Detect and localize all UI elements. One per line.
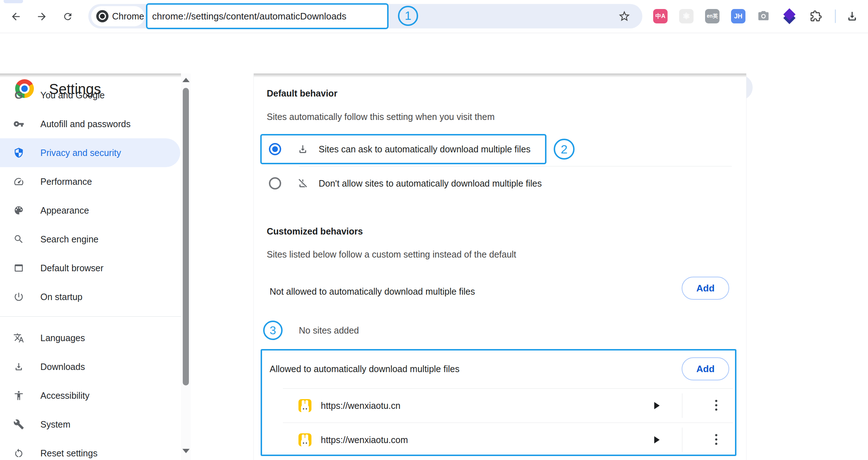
- reload-icon: [62, 11, 73, 22]
- extensions-puzzle-icon: [809, 10, 822, 23]
- downloads-icon: [846, 10, 859, 23]
- more-actions-button[interactable]: [713, 434, 719, 445]
- sidebar-item-label: Downloads: [40, 362, 85, 372]
- reload-button[interactable]: [58, 7, 77, 26]
- react-extension-icon[interactable]: ⚛: [679, 9, 694, 23]
- browser-toolbar: Chrome chrome://settings/content/automat…: [0, 0, 868, 33]
- bookmark-star-icon: [618, 10, 631, 23]
- extension-glyph: en英: [707, 13, 718, 19]
- chrome-site-chip[interactable]: Chrome: [91, 6, 145, 26]
- sidebar-item-performance[interactable]: Performance: [0, 167, 180, 196]
- sidebar-item-label: On startup: [40, 292, 83, 302]
- sidebar-item-search-engine[interactable]: Search engine: [0, 225, 180, 254]
- key-icon: [13, 118, 25, 130]
- customized-behaviors-description: Sites listed below follow a custom setti…: [267, 249, 516, 260]
- palette-icon: [13, 205, 25, 216]
- site-url: https://wenxiaotu.com: [321, 435, 408, 445]
- sidebar-item-system[interactable]: System: [0, 410, 180, 439]
- sidebar-item-you-and-google[interactable]: G You and Google: [0, 81, 180, 110]
- forward-button[interactable]: [32, 7, 51, 26]
- extension-glyph: ⚛: [682, 11, 690, 21]
- allowed-label: Allowed to automatically download multip…: [270, 364, 460, 374]
- back-icon: [10, 11, 22, 22]
- sidebar-scrollbar-thumb[interactable]: [183, 88, 189, 385]
- default-behavior-heading: Default behavior: [267, 88, 337, 99]
- more-actions-button[interactable]: [713, 400, 719, 411]
- en-translate-extension-icon[interactable]: en英: [705, 9, 719, 23]
- url-input[interactable]: chrome://settings/content/automaticDownl…: [146, 3, 389, 29]
- camera-extension-icon[interactable]: [756, 9, 771, 23]
- site-row-divider: [283, 423, 733, 423]
- accessibility-icon: [13, 390, 25, 401]
- camera-icon: [757, 10, 770, 22]
- forward-icon: [36, 11, 48, 22]
- sidebar-item-languages[interactable]: Languages: [0, 323, 180, 352]
- chrome-mono-logo-icon: [96, 10, 108, 22]
- customized-behaviors-heading: Customized behaviors: [267, 226, 363, 237]
- extensions-button[interactable]: [808, 9, 823, 23]
- site-row-divider: [283, 388, 733, 389]
- sidebar-item-autofill[interactable]: Autofill and passwords: [0, 110, 180, 138]
- google-g-icon: G: [13, 89, 25, 101]
- expand-arrow-icon[interactable]: [654, 402, 660, 409]
- toolbar-separator: [835, 9, 836, 23]
- row-separator: [682, 428, 682, 452]
- annotation-circle-3: 3: [263, 321, 283, 340]
- sidebar-item-label: Languages: [40, 333, 85, 343]
- search-icon: [13, 233, 25, 245]
- bookmark-button[interactable]: [615, 7, 634, 26]
- reset-icon: [13, 447, 25, 459]
- annotation-number: 3: [270, 324, 276, 337]
- default-behavior-description: Sites automatically follow this setting …: [267, 112, 495, 122]
- radio-dont-allow[interactable]: [269, 177, 281, 189]
- sidebar-item-label: Privacy and security: [40, 148, 121, 158]
- sidebar-item-downloads[interactable]: Downloads: [0, 352, 180, 381]
- chrome-chip-label: Chrome: [112, 11, 144, 22]
- diamond-stack-icon: [782, 9, 797, 23]
- add-button-label: Add: [696, 283, 715, 294]
- downloads-button[interactable]: [845, 9, 859, 23]
- scrollbar-up-arrow[interactable]: [182, 78, 190, 82]
- sidebar-item-reset-settings[interactable]: Reset settings: [0, 439, 180, 460]
- extension-glyph: JH: [734, 13, 742, 20]
- site-favicon-rabbit-icon: [298, 399, 311, 412]
- content-scroll-shadow: [254, 73, 746, 77]
- row-separator: [682, 393, 682, 418]
- shield-icon: [13, 147, 25, 158]
- add-button-label: Add: [696, 363, 715, 375]
- sidebar-item-on-startup[interactable]: On startup: [0, 282, 180, 311]
- back-button[interactable]: [6, 7, 25, 26]
- translate-extension-icon[interactable]: 中A: [653, 9, 668, 23]
- expand-arrow-icon[interactable]: [654, 436, 660, 443]
- sidebar-item-label: Performance: [40, 177, 92, 187]
- sidebar-item-label: System: [40, 419, 70, 430]
- scrollbar-down-arrow[interactable]: [182, 449, 190, 453]
- sidebar-item-label: Reset settings: [40, 448, 97, 459]
- sidebar-item-accessibility[interactable]: Accessibility: [0, 381, 180, 410]
- browser-window: Chrome chrome://settings/content/automat…: [0, 0, 868, 460]
- browser-window-icon: [13, 262, 25, 274]
- sidebar-item-label: Search engine: [40, 234, 98, 245]
- diamond-extension-icon[interactable]: [782, 9, 797, 23]
- url-text: chrome://settings/content/automaticDownl…: [152, 11, 346, 22]
- wrench-icon: [13, 419, 25, 430]
- not-allowed-label: Not allowed to automatically download mu…: [270, 286, 475, 297]
- sidebar-item-appearance[interactable]: Appearance: [0, 196, 180, 225]
- add-not-allowed-button[interactable]: Add: [682, 277, 729, 300]
- jh-extension-icon[interactable]: JH: [731, 9, 745, 23]
- option-sites-can-ask-label[interactable]: Sites can ask to automatically download …: [319, 144, 531, 155]
- annotation-circle-2: 2: [554, 139, 575, 160]
- sidebar-item-default-browser[interactable]: Default browser: [0, 254, 180, 282]
- no-sites-added-text: No sites added: [299, 325, 359, 336]
- radio-sites-can-ask[interactable]: [269, 143, 281, 155]
- annotation-number: 1: [405, 9, 411, 23]
- sidebar-item-privacy-security[interactable]: Privacy and security: [0, 138, 180, 167]
- options-divider: [299, 166, 732, 166]
- sidebar-item-label: Default browser: [40, 263, 103, 273]
- sidebar-item-label: Appearance: [40, 205, 89, 216]
- sidebar-scroll-shadow: [0, 73, 182, 77]
- sidebar-item-label: You and Google: [40, 90, 105, 101]
- site-url: https://wenxiaotu.cn: [321, 401, 400, 411]
- option-dont-allow-label[interactable]: Don't allow sites to automatically downl…: [319, 178, 542, 189]
- add-allowed-button[interactable]: Add: [682, 357, 729, 380]
